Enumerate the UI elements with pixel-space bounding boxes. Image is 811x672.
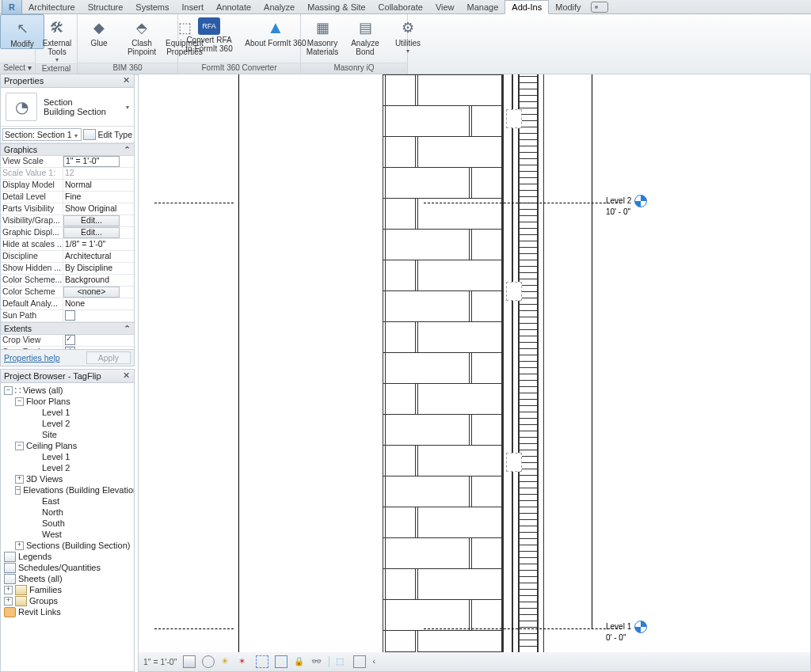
formit-icon: ▲ xyxy=(265,17,286,38)
tab-addins[interactable]: Add-Ins xyxy=(504,0,549,14)
tree-west[interactable]: West xyxy=(1,529,134,540)
color-scheme-loc-field[interactable]: Background xyxy=(63,275,134,286)
tree-views[interactable]: −⸬Views (all) xyxy=(1,385,134,396)
context-tab-icon[interactable] xyxy=(591,2,608,13)
tree-elevations[interactable]: −Elevations (Building Elevation) xyxy=(1,484,134,495)
tree-north[interactable]: North xyxy=(1,507,134,518)
scale-button[interactable]: 1" = 1'-0" xyxy=(143,657,177,666)
properties-help-link[interactable]: Properties help xyxy=(4,353,60,363)
close-icon[interactable]: ✕ xyxy=(121,76,131,85)
tab-modify[interactable]: Modify xyxy=(549,1,587,13)
prop-key: Display Model xyxy=(1,180,63,191)
parts-visibility-field[interactable]: Show Original xyxy=(63,203,134,215)
prop-key: View Scale xyxy=(1,156,63,167)
instance-filter[interactable]: Section: Section 1 ▾ xyxy=(2,128,82,141)
analyze-bond-button[interactable]: ▤Analyze Bond xyxy=(344,14,386,56)
tree-legends[interactable]: Legends xyxy=(1,551,134,562)
clash-icon: ⬘ xyxy=(131,17,152,38)
ribbon-group-select[interactable]: Select ▾ xyxy=(0,63,35,74)
tab-structure[interactable]: Structure xyxy=(82,1,130,13)
color-scheme-button[interactable]: <none> xyxy=(63,287,120,298)
utilities-button[interactable]: ⚙Utilities▾ xyxy=(386,14,429,55)
collapse-icon[interactable]: ⌃ xyxy=(124,145,131,154)
properties-panel: Properties ✕ ◔ Section Building Section … xyxy=(0,74,135,366)
tree-floor-plans[interactable]: −Floor Plans xyxy=(1,396,134,407)
show-hidden-field[interactable]: By Discipline xyxy=(63,263,134,274)
drawing-canvas[interactable]: Level 2 10' - 0" Level 1 0' - 0" xyxy=(138,74,811,653)
temporary-hide-icon[interactable]: 👓 xyxy=(311,656,322,667)
prop-key: Discipline xyxy=(1,251,63,262)
tab-systems[interactable]: Systems xyxy=(129,1,175,13)
cat-graphics[interactable]: Graphics⌃ xyxy=(1,143,134,156)
reveal-hidden-icon[interactable]: ⬚ xyxy=(336,656,347,667)
tree-cp-level2[interactable]: Level 2 xyxy=(1,462,134,473)
cat-extents[interactable]: Extents⌃ xyxy=(1,322,134,335)
sun-path-check[interactable] xyxy=(63,310,134,321)
tab-collaborate[interactable]: Collaborate xyxy=(372,1,429,13)
edit-type-icon xyxy=(83,129,96,140)
external-tools-button[interactable]: 🛠External Tools▾ xyxy=(36,14,78,63)
visibility-edit-button[interactable]: Edit... xyxy=(63,215,120,226)
tree-site[interactable]: Site xyxy=(1,429,134,440)
app-logo[interactable]: R xyxy=(2,0,22,13)
level2-tag[interactable]: Level 2 10' - 0" xyxy=(606,195,647,216)
level-head-icon xyxy=(634,621,647,633)
tree-sections[interactable]: +Sections (Building Section) xyxy=(1,540,134,551)
project-tree: −⸬Views (all) −Floor Plans Level 1 Level… xyxy=(1,383,134,671)
masonry-materials-button[interactable]: ▦Masonry Materials xyxy=(301,14,344,56)
tree-schedules[interactable]: Schedules/Quantities xyxy=(1,562,134,573)
type-selector[interactable]: ◔ Section Building Section ▾ xyxy=(1,88,134,127)
tree-level2[interactable]: Level 2 xyxy=(1,418,134,429)
tree-east[interactable]: East xyxy=(1,495,134,507)
tab-annotate[interactable]: Annotate xyxy=(210,1,257,13)
crop-view-icon[interactable] xyxy=(256,655,268,668)
view-scale-field[interactable]: 1" = 1'-0" xyxy=(63,156,120,167)
prop-key: Detail Level xyxy=(1,192,63,203)
tree-links[interactable]: Revit Links xyxy=(1,606,134,617)
default-analysis-field[interactable]: None xyxy=(63,298,134,309)
hide-at-scales-field[interactable]: 1/8" = 1'-0" xyxy=(63,239,134,250)
tree-south[interactable]: South xyxy=(1,518,134,529)
tree-families[interactable]: +Families xyxy=(1,584,134,595)
tab-insert[interactable]: Insert xyxy=(176,1,211,13)
detail-level-icon[interactable] xyxy=(183,655,196,668)
sun-path-icon[interactable]: ☀ xyxy=(221,656,232,667)
discipline-field[interactable]: Architectural xyxy=(63,251,134,262)
browser-header[interactable]: Project Browser - TagFlip ✕ xyxy=(1,370,134,383)
menu-tabs: R Architecture Structure Systems Insert … xyxy=(0,0,811,14)
detail-level-field[interactable]: Fine xyxy=(63,192,134,203)
convert-rfa-button[interactable]: RFAConvert RFA to FormIt 360 xyxy=(178,14,240,53)
tab-massing[interactable]: Massing & Site xyxy=(301,1,371,13)
level1-line xyxy=(424,628,622,629)
clash-button[interactable]: ⬘Clash Pinpoint xyxy=(120,14,163,56)
tab-analyze[interactable]: Analyze xyxy=(257,1,301,13)
prop-key: Visibility/Grap... xyxy=(1,215,63,226)
crop-view-check[interactable] xyxy=(63,335,134,346)
crop-region-icon[interactable] xyxy=(275,655,287,668)
crop-region-check[interactable] xyxy=(63,347,134,349)
tree-groups[interactable]: +Groups xyxy=(1,595,134,606)
glue-button[interactable]: ◆Glue xyxy=(78,14,120,47)
tab-manage[interactable]: Manage xyxy=(461,1,505,13)
tree-cp-level1[interactable]: Level 1 xyxy=(1,451,134,462)
tree-level1[interactable]: Level 1 xyxy=(1,407,134,418)
tab-view[interactable]: View xyxy=(429,1,461,13)
worksharing-icon[interactable] xyxy=(353,655,366,668)
tree-sheets[interactable]: Sheets (all) xyxy=(1,573,134,584)
tree-3d-views[interactable]: +3D Views xyxy=(1,473,134,484)
lock-icon[interactable]: 🔒 xyxy=(294,656,305,667)
chevron-down-icon: ▾ xyxy=(126,104,129,111)
visual-style-icon[interactable] xyxy=(202,655,215,668)
apply-button[interactable]: Apply xyxy=(86,351,131,364)
tab-architecture[interactable]: Architecture xyxy=(22,1,82,13)
collapse-icon[interactable]: ⌃ xyxy=(124,324,131,333)
nav-icon[interactable]: ‹ xyxy=(372,656,383,667)
level1-tag[interactable]: Level 1 0' - 0" xyxy=(606,621,647,642)
edit-type-button[interactable]: Edit Type xyxy=(83,129,132,140)
close-icon[interactable]: ✕ xyxy=(121,371,131,381)
graphic-display-edit-button[interactable]: Edit... xyxy=(63,227,120,238)
display-model-field[interactable]: Normal xyxy=(63,180,134,191)
tree-ceiling-plans[interactable]: −Ceiling Plans xyxy=(1,440,134,451)
shadows-icon[interactable]: ✶ xyxy=(238,656,249,667)
properties-header[interactable]: Properties ✕ xyxy=(1,74,134,88)
